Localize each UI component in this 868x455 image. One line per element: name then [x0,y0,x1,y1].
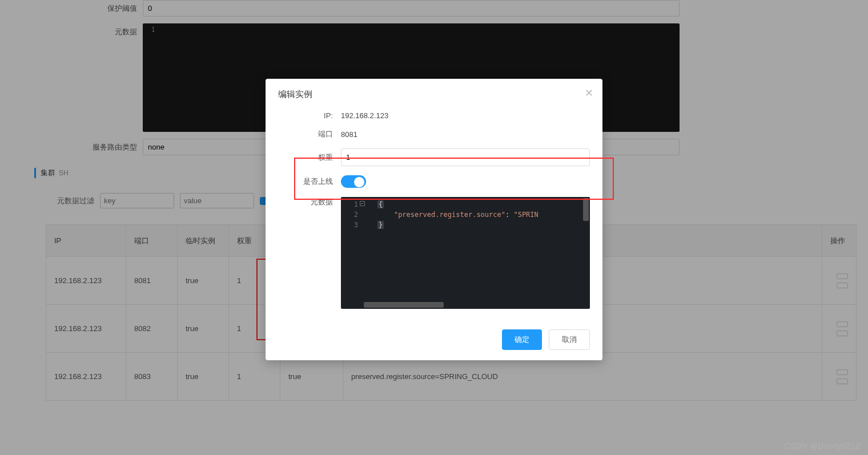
confirm-button[interactable]: 确定 [502,329,542,350]
editor-line-number: 2 [341,210,364,220]
close-icon[interactable]: ✕ [585,88,593,98]
modal-footer: 确定 取消 [266,318,602,350]
editor-scrollbar-horizontal[interactable] [364,302,444,308]
editor-scrollbar-vertical[interactable] [583,198,589,221]
editor-key: "preserved.register.source" [394,211,505,219]
modal-header: 编辑实例 ✕ [266,79,602,108]
modal-ip-label: IP: [278,111,341,120]
editor-value: "SPRIN [513,211,538,219]
modal-weight-label: 权重 [278,152,341,163]
watermark-text: CSDN @Bunny0212 [784,441,860,450]
modal-metadata-label: 元数据 [278,197,341,207]
editor-line-number: 3 [341,220,364,230]
modal-port-label: 端口 [278,129,341,139]
fold-icon[interactable]: − [360,201,365,206]
modal-title: 编辑实例 [278,89,590,100]
modal-online-label: 是否上线 [278,176,341,187]
modal-port-value: 8081 [341,130,357,139]
modal-weight-input[interactable] [341,148,590,166]
cancel-button[interactable]: 取消 [549,329,590,350]
modal-body: IP: 192.168.2.123 端口 8081 权重 是否上线 元数据 1−… [266,108,602,309]
editor-line-number: 1 [354,200,358,208]
edit-instance-modal: 编辑实例 ✕ IP: 192.168.2.123 端口 8081 权重 是否上线… [266,79,602,360]
modal-ip-value: 192.168.2.123 [341,111,388,120]
modal-metadata-editor[interactable]: 1− { 2 "preserved.register.source": "SPR… [341,197,590,309]
editor-brace: { [377,200,384,208]
online-toggle[interactable] [341,175,366,188]
editor-sep: : [505,211,513,219]
editor-brace: } [377,221,384,229]
